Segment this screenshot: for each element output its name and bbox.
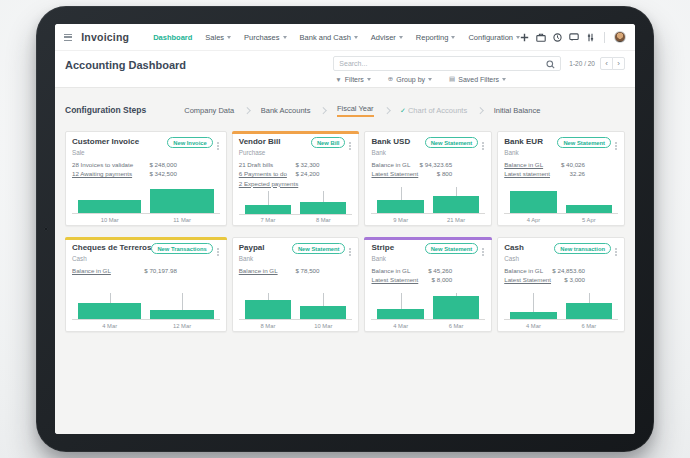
mini-bar-chart xyxy=(371,290,485,320)
chart-tick-label: 10 Mar xyxy=(78,217,141,223)
stat-value: $ 32,300 xyxy=(295,160,319,169)
saved-filters-icon: ▤ xyxy=(449,75,455,83)
new-invoice-button[interactable]: New Invoice xyxy=(167,137,213,148)
stat-value: $ 40,026 xyxy=(561,160,585,169)
card-header: Vendor BillNew Bill xyxy=(239,137,353,148)
nav-item-reporting[interactable]: Reporting xyxy=(416,33,456,42)
search-input[interactable] xyxy=(339,60,546,67)
chart-bar[interactable] xyxy=(300,306,346,319)
new-statement-button[interactable]: New Statement xyxy=(425,137,479,148)
search-icon[interactable] xyxy=(546,55,555,73)
new-bill-button[interactable]: New Bill xyxy=(311,137,346,148)
menu-icon[interactable] xyxy=(64,34,72,41)
kebab-menu-icon[interactable] xyxy=(615,142,617,144)
card-stat-row: Latest Statement$ 3,000 xyxy=(504,275,618,284)
chart-bar[interactable] xyxy=(433,196,479,213)
kebab-menu-icon[interactable] xyxy=(349,142,351,144)
filter-filters[interactable]: ▼Filters xyxy=(335,75,371,83)
kebab-menu-icon[interactable] xyxy=(482,248,484,250)
stat-link[interactable]: Latest Statement xyxy=(371,276,418,283)
chart-bar[interactable] xyxy=(78,200,141,213)
config-step-company-data[interactable]: Company Data xyxy=(184,106,234,115)
stat-link[interactable]: 12 Awaiting payments xyxy=(72,170,132,177)
card-cash: CashNew transactionCashBalance in GL$ 24… xyxy=(497,237,625,332)
pager-next-button[interactable]: › xyxy=(612,57,625,70)
chart-bar[interactable] xyxy=(245,205,291,214)
chart-bar[interactable] xyxy=(510,191,556,213)
chart-bar[interactable] xyxy=(78,303,141,319)
chart-bar[interactable] xyxy=(433,296,479,319)
card-customer-invoice: Customer InvoiceNew InvoiceSale28 Invoic… xyxy=(65,131,227,226)
stat-label: 28 Invoices to validate xyxy=(72,161,133,168)
stat-link[interactable]: Balance in GL xyxy=(72,267,111,274)
stat-link[interactable]: Balance in GL xyxy=(504,161,543,168)
sliders-icon[interactable] xyxy=(586,33,595,42)
clock-icon[interactable] xyxy=(553,33,562,42)
kebab-menu-icon[interactable] xyxy=(482,142,484,144)
new-statement-button[interactable]: New Statement xyxy=(292,243,346,254)
bar-slot xyxy=(150,184,213,213)
chart-bar[interactable] xyxy=(245,300,291,319)
config-step-initial-balance[interactable]: Initial Balance xyxy=(494,106,541,115)
kebab-menu-icon[interactable] xyxy=(349,248,351,250)
config-step-fiscal-year[interactable]: Fiscal Year xyxy=(337,104,374,117)
nav-item-sales[interactable]: Sales xyxy=(205,33,231,42)
kebab-menu-icon[interactable] xyxy=(217,248,219,250)
card-title: Vendor Bill xyxy=(239,137,281,146)
nav-item-label: Bank and Cash xyxy=(300,33,351,42)
plus-icon[interactable] xyxy=(520,33,529,42)
new-statement-button[interactable]: New Statement xyxy=(557,137,611,148)
user-avatar[interactable] xyxy=(614,31,626,43)
control-panel-right: 1-20 / 20 ‹ › ▼Filters⊕Group by▤Saved Fi… xyxy=(333,51,625,87)
chart-tick-label: 9 Mar xyxy=(377,217,423,223)
chart-bar[interactable] xyxy=(566,303,612,319)
nav-item-dashboard[interactable]: Dashboard xyxy=(153,33,192,42)
stat-value: $ 24,200 xyxy=(295,169,319,178)
chart-bar[interactable] xyxy=(510,312,556,319)
new-statement-button[interactable]: New Statement xyxy=(425,243,479,254)
chart-bar[interactable] xyxy=(377,200,423,213)
chat-icon[interactable] xyxy=(569,33,579,42)
filter-bar: ▼Filters⊕Group by▤Saved Filters xyxy=(333,75,625,83)
card-subtitle: Purchase xyxy=(239,149,353,156)
filter-saved-filters[interactable]: ▤Saved Filters xyxy=(449,75,506,83)
nav-item-adviser[interactable]: Adviser xyxy=(371,33,403,42)
new-transactions-button[interactable]: New Transactions xyxy=(151,243,212,254)
chart-bar[interactable] xyxy=(377,309,423,319)
stat-link[interactable]: Latest statement xyxy=(504,170,550,177)
stat-link[interactable]: Latest Statement xyxy=(504,276,551,283)
bar-slot xyxy=(510,290,556,319)
new-transaction-button[interactable]: New transaction xyxy=(554,243,611,254)
chevron-down-icon xyxy=(428,78,432,81)
card-accent-stripe xyxy=(232,131,360,134)
kebab-menu-icon[interactable] xyxy=(615,248,617,250)
filter-label: Saved Filters xyxy=(458,76,499,83)
bar-slot xyxy=(78,290,141,319)
chart-bar[interactable] xyxy=(300,202,346,214)
kebab-menu-icon[interactable] xyxy=(217,142,219,144)
chart-bar[interactable] xyxy=(150,310,213,319)
config-step-chart-of-accounts[interactable]: ✓Chart of Accounts xyxy=(400,106,467,115)
chart-bar[interactable] xyxy=(150,189,213,213)
stat-link[interactable]: Latest Statement xyxy=(371,170,418,177)
config-step-bank-accounts[interactable]: Bank Accounts xyxy=(261,106,311,115)
nav-item-configuration[interactable]: Configuration xyxy=(468,33,520,42)
chart-axis-labels: 8 Mar10 Mar xyxy=(239,320,353,331)
card-header: PaypalNew Statement xyxy=(239,243,353,254)
stat-link[interactable]: 6 Payments to do xyxy=(239,170,287,177)
cards-grid: Customer InvoiceNew InvoiceSale28 Invoic… xyxy=(65,131,625,332)
chart-bar[interactable] xyxy=(566,205,612,213)
stat-link[interactable]: 2 Expected payments xyxy=(239,180,299,187)
stat-link[interactable]: Balance in GL xyxy=(239,267,278,274)
mini-bar-chart xyxy=(72,290,220,320)
filter-group-by[interactable]: ⊕Group by xyxy=(388,75,432,83)
briefcase-icon[interactable] xyxy=(536,33,546,42)
stat-label: Balance in GL xyxy=(371,267,410,274)
nav-item-purchases[interactable]: Purchases xyxy=(244,33,286,42)
chart-tick-label: 11 Mar xyxy=(150,217,213,223)
nav-item-bank-and-cash[interactable]: Bank and Cash xyxy=(300,33,358,42)
card-header: Bank USDNew Statement xyxy=(371,137,485,148)
card-actions: New Bill xyxy=(311,137,353,148)
chevron-down-icon xyxy=(227,36,231,39)
card-actions: New Statement xyxy=(425,243,486,254)
